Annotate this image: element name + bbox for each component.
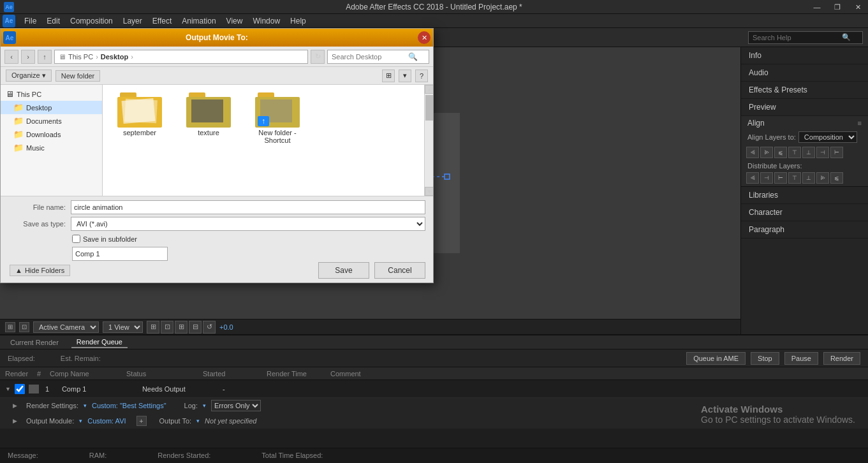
desktop-icon: 📁	[13, 103, 24, 112]
dialog-close-button[interactable]: ✕	[418, 31, 430, 44]
nav-up-button[interactable]: ↑	[38, 50, 52, 64]
align-left[interactable]: ⫷	[746, 147, 759, 158]
file-name-input[interactable]	[71, 200, 425, 214]
output-add-btn[interactable]: +	[136, 416, 147, 426]
breadcrumb-this-pc[interactable]: This PC	[68, 53, 93, 61]
panel-paragraph[interactable]: Paragraph	[741, 221, 868, 239]
sidebar-music[interactable]: 📁 Music	[1, 141, 102, 154]
pause-button[interactable]: Pause	[784, 352, 818, 365]
search-help-input[interactable]	[753, 34, 842, 41]
sidebar-this-pc[interactable]: 🖥 This PC	[1, 87, 102, 101]
panel-audio[interactable]: Audio	[741, 64, 868, 82]
sidebar-desktop[interactable]: 📁 Desktop	[1, 101, 102, 114]
menu-animation[interactable]: Animation	[177, 15, 221, 27]
folder-september[interactable]: september	[108, 90, 172, 147]
nav-back-button[interactable]: ‹	[4, 50, 18, 64]
tab-render-queue[interactable]: Render Queue	[71, 337, 128, 348]
comp-name-input[interactable]	[72, 247, 168, 261]
cancel-button[interactable]: Cancel	[374, 262, 425, 279]
view-icon-3[interactable]: ⊞	[175, 321, 188, 334]
distribute-1[interactable]: ⫷	[746, 172, 759, 184]
align-top[interactable]: ⊤	[788, 147, 801, 158]
queue-ame-button[interactable]: Queue in AME	[686, 352, 746, 365]
save-as-type-select[interactable]: AVI (*.avi) QuickTime (*.mov) H.264 (*.m…	[71, 217, 425, 231]
folder-texture[interactable]: texture	[177, 90, 240, 147]
align-bottom[interactable]: ⊣	[816, 147, 829, 158]
menu-layer[interactable]: Layer	[118, 15, 147, 27]
distribute-5[interactable]: ⊥	[802, 172, 815, 184]
output-module-dropdown[interactable]: ▾	[79, 418, 82, 424]
view-icon-4[interactable]: ⊟	[189, 321, 202, 334]
save-button[interactable]: Save	[318, 262, 369, 279]
sidebar-documents[interactable]: 📁 Documents	[1, 114, 102, 128]
col-render-time: Render Time	[267, 370, 330, 378]
toggle-view[interactable]: ⊡	[19, 322, 29, 332]
panel-effects-presets[interactable]: Effects & Presets	[741, 82, 868, 99]
tab-current-render[interactable]: Current Render	[5, 337, 64, 348]
panel-info[interactable]: Info	[741, 47, 868, 64]
organize-button[interactable]: Organize ▾	[6, 70, 52, 82]
menu-file[interactable]: File	[19, 15, 41, 27]
toggle-info[interactable]: ⊞	[5, 322, 15, 332]
maximize-button[interactable]: ❐	[827, 0, 848, 14]
output-module-value[interactable]: Custom: AVI	[87, 417, 126, 425]
log-dropdown[interactable]: ▾	[203, 402, 206, 409]
stop-button[interactable]: Stop	[751, 352, 779, 365]
align-menu-icon[interactable]: ≡	[858, 119, 862, 127]
render-settings-expand[interactable]: ▶	[13, 402, 17, 409]
view-select[interactable]: 1 View	[103, 321, 143, 333]
minimize-button[interactable]: —	[807, 0, 827, 14]
nav-forward-button[interactable]: ›	[21, 50, 35, 64]
menu-effect[interactable]: Effect	[147, 15, 177, 27]
nav-refresh-button[interactable]: ↻	[311, 50, 325, 64]
menu-composition[interactable]: Composition	[65, 15, 118, 27]
align-dropdown[interactable]: Composition	[798, 131, 857, 143]
scroll-up-button[interactable]: ▲	[425, 85, 433, 94]
menu-window[interactable]: Window	[247, 15, 285, 27]
render-settings-dropdown[interactable]: ▾	[84, 402, 87, 409]
output-module-row: ▶ Output Module: ▾ Custom: AVI + Output …	[0, 413, 868, 429]
render-button[interactable]: Render	[823, 352, 860, 365]
row-checkbox[interactable]	[15, 384, 25, 394]
sidebar-downloads[interactable]: 📁 Downloads	[1, 128, 102, 141]
distribute-4[interactable]: ⊤	[788, 172, 801, 184]
new-folder-button[interactable]: New folder	[55, 70, 101, 82]
view-icon-2[interactable]: ⊡	[161, 321, 173, 334]
view-dropdown-icon[interactable]: ▾	[399, 70, 411, 82]
scroll-thumb[interactable]	[425, 95, 433, 121]
log-label: Log:	[184, 402, 198, 409]
view-options-icon[interactable]: ⊞	[382, 70, 395, 82]
camera-select[interactable]: Active Camera	[33, 321, 99, 333]
panel-libraries[interactable]: Libraries	[741, 187, 868, 204]
panel-preview[interactable]: Preview	[741, 99, 868, 116]
output-to-value[interactable]: Not yet specified	[205, 417, 256, 425]
view-icon-5[interactable]: ↺	[203, 321, 216, 334]
save-subfolder-checkbox[interactable]	[72, 235, 80, 243]
align-hcenter[interactable]: ⫸	[760, 147, 773, 158]
close-button[interactable]: ✕	[848, 0, 868, 14]
distribute-6[interactable]: ⫸	[816, 172, 829, 184]
align-vcenter[interactable]: ⊥	[802, 147, 815, 158]
render-settings-value[interactable]: Custom: "Best Settings"	[92, 402, 166, 409]
row-expand[interactable]: ▼	[5, 386, 11, 392]
hide-folders-button[interactable]: ▲ Hide Folders	[10, 265, 70, 276]
panel-character[interactable]: Character	[741, 204, 868, 221]
distribute-3[interactable]: ⊢	[774, 172, 787, 184]
dialog-search-input[interactable]	[332, 53, 408, 61]
scroll-down-button[interactable]: ▼	[425, 187, 433, 196]
output-to-dropdown[interactable]: ▾	[196, 418, 200, 424]
folder-new-shortcut[interactable]: ↑ New folder - Shortcut	[246, 90, 309, 147]
log-select[interactable]: Errors Only	[211, 400, 261, 411]
help-icon[interactable]: ?	[415, 70, 428, 82]
output-expand[interactable]: ▶	[13, 418, 17, 424]
menu-help[interactable]: Help	[285, 15, 311, 27]
distribute-7[interactable]: ⫹	[830, 172, 843, 184]
align-extra[interactable]: ⊢	[830, 147, 843, 158]
breadcrumb-desktop[interactable]: Desktop	[101, 53, 128, 61]
menu-edit[interactable]: Edit	[41, 15, 65, 27]
align-right[interactable]: ⫹	[774, 147, 787, 158]
view-icon-1[interactable]: ⊞	[147, 321, 159, 334]
dialog-search-container: 🔍	[327, 50, 429, 64]
menu-view[interactable]: View	[221, 15, 248, 27]
distribute-2[interactable]: ⊣	[760, 172, 773, 184]
